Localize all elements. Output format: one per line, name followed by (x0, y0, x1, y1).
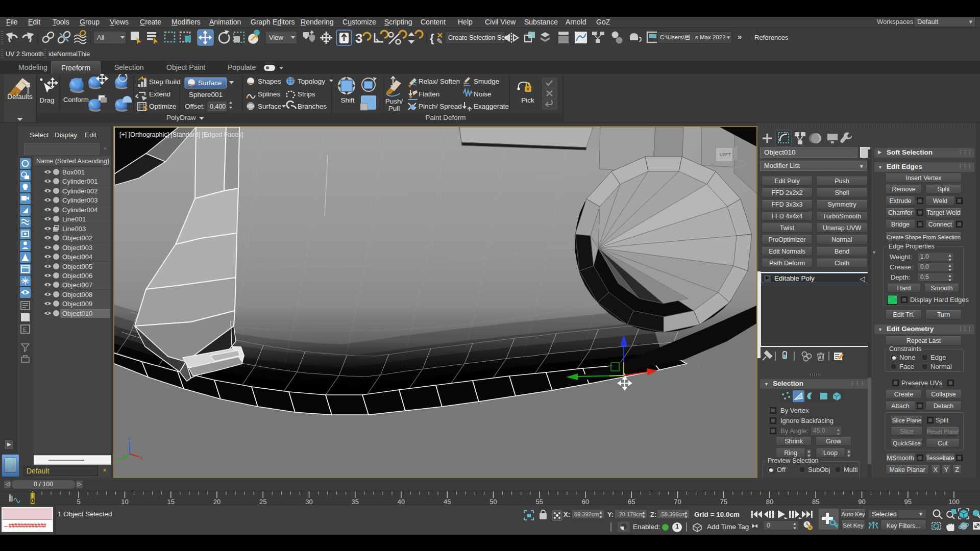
svg-text:Exaggerate: Exaggerate (474, 103, 509, 110)
svg-text:85: 85 (812, 498, 819, 506)
svg-text:View: View (269, 34, 284, 41)
svg-text:20: 20 (213, 498, 220, 506)
svg-text:Create Selection Set: Create Selection Set (448, 34, 507, 41)
svg-text:Paint Deform: Paint Deform (426, 114, 466, 121)
svg-text:35: 35 (352, 498, 359, 506)
svg-text:15: 15 (167, 498, 175, 506)
svg-text:75: 75 (720, 498, 727, 506)
svg-text:Surface: Surface (198, 79, 222, 87)
svg-text:0.400: 0.400 (210, 103, 226, 110)
svg-text:100: 100 (948, 498, 960, 506)
svg-text:10: 10 (121, 498, 128, 506)
svg-text:LEFT: LEFT (720, 152, 731, 157)
svg-text:Shapes: Shapes (258, 78, 281, 85)
svg-text:50: 50 (489, 498, 497, 506)
svg-text:60: 60 (582, 498, 589, 506)
svg-text:65: 65 (628, 498, 635, 506)
svg-text:Noise: Noise (474, 90, 492, 98)
svg-text:Splines: Splines (258, 90, 281, 98)
svg-text:Drag: Drag (39, 96, 54, 104)
svg-text:80: 80 (766, 498, 773, 506)
svg-text:Pick: Pick (521, 96, 534, 104)
svg-text:90: 90 (858, 498, 865, 506)
svg-text:Defaults: Defaults (7, 93, 33, 101)
svg-text:45: 45 (444, 498, 451, 506)
svg-text:Pull: Pull (388, 105, 400, 112)
svg-text:Shift: Shift (340, 96, 354, 104)
svg-text:5: 5 (77, 498, 81, 506)
svg-text:Topology: Topology (298, 78, 325, 85)
svg-text:[+] [Orthographic] [Standard]: [+] [Orthographic] [Standard] [Edged Fac… (119, 131, 243, 138)
svg-text:Step Build: Step Build (149, 78, 181, 86)
svg-text:PolyDraw: PolyDraw (166, 114, 196, 121)
svg-text:Branches: Branches (298, 103, 327, 110)
svg-text:Surface: Surface (258, 103, 282, 110)
svg-text:70: 70 (674, 498, 681, 506)
svg-text:Y: Y (115, 458, 118, 463)
svg-text:X: X (140, 456, 143, 461)
svg-text:Extend: Extend (149, 90, 170, 98)
svg-text:55: 55 (536, 498, 543, 506)
svg-text:Offset:: Offset: (185, 103, 205, 110)
svg-text:30: 30 (305, 498, 312, 506)
svg-text:Flatten: Flatten (419, 90, 439, 98)
svg-text:25: 25 (259, 498, 266, 506)
svg-text:Optimize: Optimize (149, 103, 176, 110)
svg-text:Relax/ Soften: Relax/ Soften (419, 78, 460, 85)
svg-text:E: E (23, 327, 27, 333)
svg-text:{: { (430, 32, 434, 44)
svg-text:40: 40 (398, 498, 405, 506)
svg-text:Sphere001: Sphere001 (189, 91, 223, 98)
svg-text:Strips: Strips (298, 90, 315, 98)
svg-text:Conform: Conform (63, 96, 89, 104)
svg-text:95: 95 (904, 498, 912, 506)
svg-text:Push/: Push/ (385, 97, 403, 105)
svg-text:Smudge: Smudge (474, 78, 499, 85)
svg-text:Pinch/ Spread: Pinch/ Spread (419, 103, 462, 110)
svg-text:All: All (97, 34, 105, 41)
svg-text:✎: ✎ (436, 37, 443, 45)
svg-text:Z: Z (128, 436, 131, 441)
svg-text:3: 3 (355, 31, 362, 46)
